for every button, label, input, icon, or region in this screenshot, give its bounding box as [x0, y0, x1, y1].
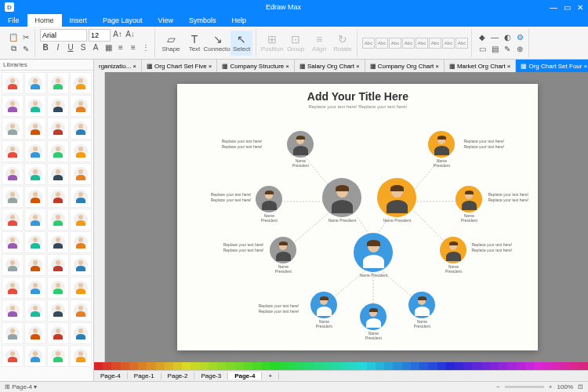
- zoom-out-button[interactable]: −: [496, 383, 500, 390]
- color-cell[interactable]: [437, 362, 446, 370]
- library-item[interactable]: [2, 231, 24, 253]
- font-select[interactable]: [40, 29, 87, 42]
- color-cell[interactable]: [111, 362, 120, 370]
- color-cell[interactable]: [261, 362, 270, 370]
- doc-tab[interactable]: ▦ Salary Org Chart×: [295, 60, 365, 72]
- color-cell[interactable]: [367, 362, 376, 370]
- side-text[interactable]: Replace your text here! Replace your tex…: [216, 242, 263, 252]
- side-text[interactable]: Replace your text here! Replace your tex…: [488, 192, 535, 202]
- style-swatch[interactable]: Abc: [416, 38, 428, 49]
- color-cell[interactable]: [182, 362, 191, 370]
- color-cell[interactable]: [472, 362, 481, 370]
- color-cell[interactable]: [314, 362, 322, 370]
- library-item[interactable]: [2, 186, 24, 208]
- color-cell[interactable]: [578, 362, 586, 370]
- page-tab[interactable]: Page-3: [194, 372, 228, 379]
- find-button[interactable]: ⚙: [514, 31, 525, 42]
- color-cell[interactable]: [296, 362, 305, 370]
- library-item[interactable]: [70, 277, 92, 299]
- menu-file[interactable]: File: [0, 14, 27, 27]
- color-cell[interactable]: [200, 362, 209, 370]
- color-cell[interactable]: [463, 362, 472, 370]
- page-tab[interactable]: Page-2: [162, 372, 195, 379]
- org-node[interactable]: Name President: [256, 186, 282, 223]
- org-node[interactable]: Name President: [377, 178, 416, 223]
- library-item[interactable]: [24, 231, 46, 253]
- style-swatch[interactable]: Abc: [442, 38, 455, 49]
- decrease-font-button[interactable]: A↓: [125, 29, 136, 40]
- color-cell[interactable]: [270, 362, 278, 370]
- text-button[interactable]: TText: [183, 31, 205, 56]
- align-left-button[interactable]: ≡: [115, 42, 126, 53]
- library-item[interactable]: [70, 95, 92, 117]
- fill-button[interactable]: ◆: [477, 31, 488, 42]
- strike-button[interactable]: S: [78, 42, 89, 53]
- shape-button[interactable]: ▱Shape: [160, 31, 182, 56]
- library-item[interactable]: [70, 163, 92, 185]
- library-item[interactable]: [47, 231, 69, 253]
- chart-subtitle[interactable]: Replace your text here! Replace your tex…: [177, 104, 538, 109]
- add-page-button[interactable]: +: [262, 372, 279, 379]
- doc-tab[interactable]: ▦ Market Org Chart×: [445, 60, 516, 72]
- menu-home[interactable]: Home: [27, 14, 62, 27]
- library-item[interactable]: [2, 118, 24, 140]
- color-cell[interactable]: [358, 362, 367, 370]
- color-cell[interactable]: [481, 362, 490, 370]
- library-item[interactable]: [2, 140, 24, 162]
- menu-page-layout[interactable]: Page Layout: [95, 14, 151, 27]
- status-page[interactable]: ⊞ Page-4 ▾: [5, 383, 37, 390]
- library-item[interactable]: [24, 209, 46, 230]
- group-button[interactable]: ⊡Group: [285, 31, 307, 56]
- more-4[interactable]: ⊕: [514, 43, 525, 54]
- highlight-button[interactable]: ▦: [103, 42, 114, 53]
- style-swatch[interactable]: Abc: [376, 38, 388, 49]
- color-cell[interactable]: [156, 362, 165, 370]
- color-cell[interactable]: [226, 362, 234, 370]
- close-button[interactable]: ✕: [577, 3, 583, 12]
- italic-button[interactable]: I: [53, 42, 64, 53]
- color-cell[interactable]: [129, 362, 138, 370]
- library-item[interactable]: [70, 72, 92, 94]
- library-item[interactable]: [2, 345, 24, 367]
- side-text[interactable]: Replace your text here! Replace your tex…: [215, 139, 262, 149]
- menu-view[interactable]: View: [151, 14, 181, 27]
- font-size-select[interactable]: [89, 29, 111, 42]
- library-item[interactable]: [70, 322, 92, 344]
- zoom-slider[interactable]: [505, 386, 544, 388]
- color-cell[interactable]: [279, 362, 288, 370]
- doc-tab[interactable]: ▦ Company Org Chart×: [365, 60, 445, 72]
- color-cell[interactable]: [147, 362, 155, 370]
- library-item[interactable]: [24, 163, 46, 185]
- org-node[interactable]: Name President: [408, 292, 435, 328]
- menu-help[interactable]: Help: [223, 14, 254, 27]
- color-cell[interactable]: [191, 362, 199, 370]
- color-cell[interactable]: [428, 362, 437, 370]
- color-cell[interactable]: [543, 362, 551, 370]
- color-cell[interactable]: [446, 362, 455, 370]
- color-cell[interactable]: [490, 362, 499, 370]
- color-cell[interactable]: [305, 362, 314, 370]
- library-item[interactable]: [47, 72, 69, 94]
- library-item[interactable]: [70, 140, 92, 162]
- color-cell[interactable]: [384, 362, 393, 370]
- org-node[interactable]: Name President: [270, 237, 296, 274]
- more-1[interactable]: ▭: [477, 43, 488, 54]
- align-button[interactable]: ≡Align: [308, 31, 330, 56]
- style-swatch[interactable]: Abc: [389, 38, 401, 49]
- library-item[interactable]: [47, 118, 69, 140]
- color-cell[interactable]: [455, 362, 463, 370]
- library-item[interactable]: [2, 277, 24, 299]
- org-node[interactable]: Name President: [360, 303, 387, 340]
- color-cell[interactable]: [173, 362, 182, 370]
- bullets-button[interactable]: ⋮: [140, 42, 151, 53]
- library-item[interactable]: [2, 163, 24, 185]
- color-cell[interactable]: [419, 362, 428, 370]
- library-item[interactable]: [47, 277, 69, 299]
- font-color-button[interactable]: A: [90, 42, 101, 53]
- color-cell[interactable]: [507, 362, 516, 370]
- color-cell[interactable]: [103, 362, 111, 370]
- side-text[interactable]: Replace your text here! Replace your tex…: [463, 139, 510, 149]
- fit-button[interactable]: ⊡: [578, 383, 583, 390]
- library-item[interactable]: [47, 95, 69, 117]
- library-item[interactable]: [24, 118, 46, 140]
